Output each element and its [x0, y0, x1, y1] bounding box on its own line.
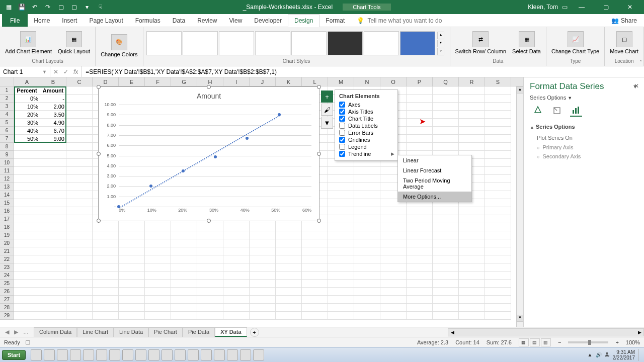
cell[interactable]: [223, 312, 250, 320]
column-header[interactable]: Q: [433, 77, 459, 86]
cell[interactable]: [459, 272, 485, 280]
task-icon[interactable]: [57, 349, 68, 360]
tab-review[interactable]: Review: [191, 14, 223, 27]
task-icon[interactable]: [70, 349, 81, 360]
cell[interactable]: [354, 247, 380, 255]
sheet-tab[interactable]: Pie Chart: [148, 327, 183, 337]
cell[interactable]: [354, 239, 380, 247]
cell[interactable]: [66, 272, 93, 280]
task-icon[interactable]: [162, 349, 173, 360]
cell[interactable]: [380, 296, 407, 304]
cell[interactable]: [407, 143, 433, 151]
cell[interactable]: [407, 239, 433, 247]
cell[interactable]: [223, 304, 250, 312]
cell[interactable]: [197, 272, 223, 280]
cell[interactable]: [407, 127, 433, 135]
cell[interactable]: [407, 103, 433, 111]
tab-format[interactable]: Format: [319, 14, 351, 27]
cell[interactable]: [119, 223, 145, 231]
cell[interactable]: [485, 272, 511, 280]
cell[interactable]: [328, 272, 354, 280]
cell[interactable]: [14, 231, 40, 239]
cell[interactable]: [14, 199, 40, 207]
cell[interactable]: [66, 175, 93, 183]
cell[interactable]: [14, 239, 40, 247]
cell[interactable]: [328, 239, 354, 247]
cell[interactable]: [119, 304, 145, 312]
redo-icon[interactable]: ↷: [42, 2, 53, 13]
cell[interactable]: [66, 215, 93, 223]
chart-style-1[interactable]: [146, 31, 182, 55]
cell[interactable]: [354, 167, 380, 175]
column-header[interactable]: H: [197, 77, 223, 86]
cell[interactable]: [485, 263, 511, 272]
cell[interactable]: [459, 231, 485, 239]
cell[interactable]: [14, 255, 40, 263]
cell[interactable]: [14, 215, 40, 223]
cell[interactable]: [433, 247, 459, 255]
tab-file[interactable]: File: [2, 14, 28, 27]
chart-element-item[interactable]: Axis Titles: [339, 108, 393, 115]
cell[interactable]: [40, 223, 66, 231]
cell[interactable]: [66, 111, 93, 119]
cell[interactable]: [276, 280, 302, 288]
row-header[interactable]: 2: [0, 95, 14, 103]
cell[interactable]: [433, 135, 459, 143]
chart-element-item[interactable]: Data Labels: [339, 122, 393, 129]
cell[interactable]: [14, 304, 40, 312]
scroll-right-icon[interactable]: ▶: [635, 330, 643, 335]
cell[interactable]: [197, 312, 223, 320]
cell[interactable]: 2.00: [40, 103, 66, 111]
cell[interactable]: [380, 312, 407, 320]
cell[interactable]: [93, 304, 119, 312]
cell[interactable]: [433, 215, 459, 223]
row-header[interactable]: 26: [0, 288, 14, 296]
cell[interactable]: [485, 288, 511, 296]
cell[interactable]: [433, 263, 459, 272]
checkbox[interactable]: [339, 137, 345, 143]
cell[interactable]: [328, 296, 354, 304]
cell[interactable]: 4.90: [40, 119, 66, 127]
cell[interactable]: [328, 312, 354, 320]
cell[interactable]: [354, 288, 380, 296]
submenu-item[interactable]: Linear Forecast: [398, 165, 471, 175]
sheet-tab[interactable]: XY Data: [215, 327, 247, 337]
chart-style-2[interactable]: [183, 31, 218, 55]
tab-data[interactable]: Data: [167, 14, 191, 27]
cell[interactable]: [14, 143, 40, 151]
cell[interactable]: [145, 312, 171, 320]
cell[interactable]: [93, 239, 119, 247]
cell[interactable]: [223, 263, 250, 272]
data-point[interactable]: [246, 137, 249, 140]
row-header[interactable]: 28: [0, 304, 14, 312]
cell[interactable]: [66, 288, 93, 296]
tab-design[interactable]: Design: [288, 14, 319, 27]
cell[interactable]: [433, 143, 459, 151]
cell[interactable]: [328, 215, 354, 223]
row-header[interactable]: 17: [0, 215, 14, 223]
cell[interactable]: [407, 272, 433, 280]
qat-icon[interactable]: ▢: [68, 2, 79, 13]
row-header[interactable]: 13: [0, 183, 14, 191]
cell[interactable]: [197, 239, 223, 247]
cell[interactable]: [328, 199, 354, 207]
cell[interactable]: [40, 280, 66, 288]
cell[interactable]: 30%: [14, 119, 40, 127]
cell[interactable]: [40, 175, 66, 183]
cell[interactable]: [433, 119, 459, 127]
cell[interactable]: [485, 207, 511, 215]
task-icon[interactable]: [240, 349, 251, 360]
cell[interactable]: [302, 223, 328, 231]
cell[interactable]: [407, 111, 433, 119]
cell[interactable]: [40, 304, 66, 312]
cell[interactable]: [66, 296, 93, 304]
cell[interactable]: [40, 191, 66, 199]
task-icon[interactable]: [31, 349, 42, 360]
cell[interactable]: [66, 103, 93, 111]
cell[interactable]: [302, 263, 328, 272]
cell[interactable]: [354, 223, 380, 231]
cell[interactable]: [250, 255, 276, 263]
enter-formula-icon[interactable]: ✓: [63, 68, 68, 75]
cell[interactable]: [40, 159, 66, 167]
cell[interactable]: [40, 199, 66, 207]
